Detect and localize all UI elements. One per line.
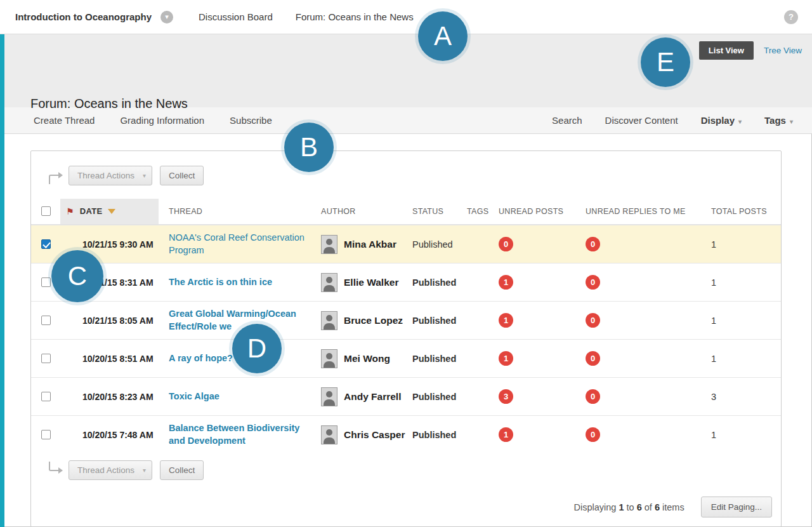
row-checkbox[interactable]: [41, 430, 51, 439]
unread-replies-badge[interactable]: 0: [586, 237, 600, 251]
thread-cell: The Arctic is on thin ice: [169, 276, 321, 289]
unread-replies-cell: 0: [586, 389, 711, 404]
row-checkbox[interactable]: [41, 354, 51, 363]
unread-replies-cell: 0: [586, 237, 711, 251]
author-cell: Mina Akbar: [321, 235, 412, 254]
header-unread-replies[interactable]: UNREAD REPLIES TO ME: [586, 207, 711, 216]
avatar: [321, 273, 337, 292]
avatar: [321, 235, 337, 254]
unread-replies-badge[interactable]: 0: [586, 351, 600, 366]
row-checkbox[interactable]: [41, 239, 51, 249]
thread-actions-button[interactable]: Thread Actions: [69, 460, 152, 480]
paging-range-end: 6: [637, 502, 642, 512]
date-sort-header[interactable]: ⚑ DATE: [60, 199, 159, 224]
collect-button[interactable]: Collect: [160, 166, 204, 185]
select-all-checkbox[interactable]: [41, 206, 51, 216]
list-view-button[interactable]: List View: [699, 41, 754, 60]
main-content: Thread Actions Collect ⚑ DATE THREAD AUT…: [0, 134, 812, 527]
display-menu[interactable]: Display: [701, 115, 742, 126]
header-status[interactable]: STATUS: [412, 207, 467, 216]
chevron-down-icon: [738, 115, 742, 126]
row-checkbox[interactable]: [41, 316, 51, 325]
thread-link[interactable]: The Arctic is on thin ice: [169, 276, 272, 289]
author-name: Mina Akbar: [344, 239, 396, 250]
thread-toolbar-top: Thread Actions Collect: [49, 165, 781, 185]
annotation-bubble-e: E: [641, 37, 690, 87]
unread-posts-badge[interactable]: 1: [499, 351, 513, 366]
help-icon[interactable]: ?: [784, 10, 798, 24]
action-bar-left: Create Thread Grading Information Subscr…: [34, 115, 272, 126]
unread-posts-cell: 0: [499, 237, 586, 251]
thread-actions-button[interactable]: Thread Actions: [69, 166, 152, 185]
tags-menu[interactable]: Tags: [764, 115, 793, 126]
edit-paging-button[interactable]: Edit Paging...: [701, 497, 772, 517]
unread-replies-badge[interactable]: 0: [586, 275, 600, 290]
unread-replies-badge[interactable]: 0: [586, 427, 600, 442]
row-checkbox[interactable]: [41, 277, 51, 287]
table-row: 10/20/15 8:23 AM Toxic Algae Andy Farrel…: [31, 377, 781, 415]
select-scope-arrow-icon: [49, 462, 58, 471]
thread-link[interactable]: Balance Between Biodiversity and Develop…: [169, 422, 311, 447]
page-title: Forum: Oceans in the News: [30, 97, 188, 111]
thread-link[interactable]: NOAA's Coral Reef Conservation Program: [169, 232, 311, 257]
search-button[interactable]: Search: [552, 115, 582, 126]
unread-posts-cell: 3: [499, 389, 586, 404]
total-posts-count: 1: [711, 239, 781, 250]
discover-content-button[interactable]: Discover Content: [605, 115, 678, 126]
unread-replies-badge[interactable]: 0: [586, 313, 600, 328]
annotation-bubble-b: B: [284, 123, 334, 172]
paging-total: 6: [655, 502, 660, 512]
header-author[interactable]: AUTHOR: [321, 207, 412, 216]
header-tags[interactable]: TAGS: [467, 207, 499, 216]
thread-date: 10/20/15 7:48 AM: [82, 430, 169, 440]
sort-down-icon[interactable]: [108, 209, 115, 214]
paging-status: Displaying 1 to 6 of 6 items: [574, 502, 684, 512]
author-name: Chris Casper: [344, 429, 405, 441]
table-row: 10/21/15 8:05 AM Great Global Warming/Oc…: [31, 301, 781, 339]
table-row: 10/21/15 9:30 AM NOAA's Coral Reef Conse…: [31, 225, 781, 263]
course-menu-chevron-icon[interactable]: [160, 11, 173, 23]
grading-information-button[interactable]: Grading Information: [120, 115, 204, 126]
collect-button[interactable]: Collect: [160, 460, 204, 480]
create-thread-button[interactable]: Create Thread: [34, 115, 95, 126]
unread-posts-cell: 1: [499, 313, 586, 328]
breadcrumb-discussion-board[interactable]: Discussion Board: [199, 11, 273, 22]
unread-posts-badge[interactable]: 1: [499, 313, 513, 328]
unread-posts-badge[interactable]: 3: [499, 389, 513, 404]
tree-view-link[interactable]: Tree View: [764, 46, 802, 55]
header-thread[interactable]: THREAD: [169, 207, 321, 216]
unread-posts-badge[interactable]: 1: [499, 275, 513, 290]
paging-word: of: [645, 502, 652, 512]
avatar: [321, 311, 337, 330]
avatar: [321, 349, 337, 368]
header-unread-posts[interactable]: UNREAD POSTS: [499, 207, 586, 216]
topbar: Introduction to Oceanography Discussion …: [0, 0, 812, 34]
flag-icon: ⚑: [66, 207, 74, 216]
thread-link[interactable]: Great Global Warming/Ocean Effect/Role w…: [169, 308, 311, 333]
thread-list-panel: Thread Actions Collect ⚑ DATE THREAD AUT…: [30, 150, 782, 527]
unread-posts-badge[interactable]: 0: [499, 237, 513, 251]
accent-bar: [0, 34, 4, 527]
unread-replies-cell: 0: [586, 275, 711, 290]
display-menu-label: Display: [701, 115, 735, 126]
thread-link[interactable]: Toxic Algae: [169, 390, 219, 403]
header-total-posts[interactable]: TOTAL POSTS: [711, 207, 781, 216]
unread-posts-badge[interactable]: 1: [499, 427, 513, 442]
thread-status: Published: [412, 392, 467, 402]
unread-replies-badge[interactable]: 0: [586, 389, 600, 404]
total-posts-count: 1: [711, 430, 781, 440]
unread-posts-cell: 1: [499, 427, 586, 442]
thread-toolbar-bottom: Thread Actions Collect: [49, 460, 781, 480]
panel-footer: Displaying 1 to 6 of 6 items Edit Paging…: [31, 497, 772, 517]
unread-replies-cell: 0: [586, 313, 711, 328]
row-checkbox[interactable]: [41, 392, 51, 401]
thread-cell: NOAA's Coral Reef Conservation Program: [169, 232, 321, 257]
annotation-bubble-d: D: [232, 324, 282, 373]
table-header: ⚑ DATE THREAD AUTHOR STATUS TAGS UNREAD …: [31, 198, 781, 225]
thread-link[interactable]: A ray of hope?: [169, 352, 233, 365]
thread-status: Published: [412, 277, 467, 288]
thread-date: 10/21/15 9:30 AM: [82, 239, 169, 250]
total-posts-count: 3: [711, 392, 781, 402]
subscribe-button[interactable]: Subscribe: [230, 115, 272, 126]
thread-date: 10/20/15 8:51 AM: [82, 354, 169, 364]
